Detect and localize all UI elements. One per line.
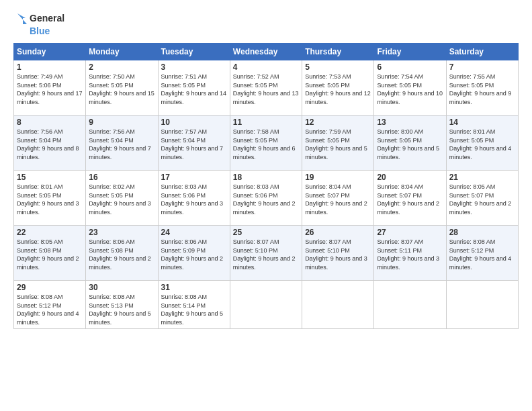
day-number: 17: [161, 173, 227, 182]
day-info: Sunrise: 8:07 AMSunset: 5:11 PMDaylight:…: [377, 238, 443, 271]
table-cell: 12 Sunrise: 7:59 AMSunset: 5:05 PMDaylig…: [302, 116, 374, 171]
table-cell: 27 Sunrise: 8:07 AMSunset: 5:11 PMDaylig…: [374, 226, 446, 281]
table-cell: 23 Sunrise: 8:06 AMSunset: 5:08 PMDaylig…: [86, 226, 158, 281]
header: General Blue: [13, 11, 519, 36]
day-info: Sunrise: 7:56 AMSunset: 5:04 PMDaylight:…: [17, 128, 83, 161]
day-info: Sunrise: 8:08 AMSunset: 5:14 PMDaylight:…: [161, 293, 227, 326]
table-cell: 25 Sunrise: 8:07 AMSunset: 5:10 PMDaylig…: [230, 226, 302, 281]
day-info: Sunrise: 7:54 AMSunset: 5:05 PMDaylight:…: [377, 73, 443, 106]
day-number: 18: [233, 173, 299, 182]
day-number: 23: [89, 228, 154, 237]
day-info: Sunrise: 7:51 AMSunset: 5:05 PMDaylight:…: [161, 73, 227, 106]
logo-text-blue: Blue: [30, 26, 50, 36]
day-number: 22: [17, 228, 83, 237]
day-number: 29: [17, 283, 83, 292]
table-cell: [374, 281, 446, 329]
table-cell: 17 Sunrise: 8:03 AMSunset: 5:06 PMDaylig…: [158, 171, 230, 226]
day-info: Sunrise: 7:56 AMSunset: 5:04 PMDaylight:…: [89, 128, 154, 161]
day-number: 16: [89, 173, 154, 182]
table-cell: 28 Sunrise: 8:08 AMSunset: 5:12 PMDaylig…: [446, 226, 518, 281]
day-info: Sunrise: 7:58 AMSunset: 5:05 PMDaylight:…: [233, 128, 299, 161]
day-number: 20: [377, 173, 443, 182]
table-cell: 20 Sunrise: 8:04 AMSunset: 5:07 PMDaylig…: [374, 171, 446, 226]
table-cell: 7 Sunrise: 7:55 AMSunset: 5:05 PMDayligh…: [446, 60, 518, 116]
header-row: Sunday Monday Tuesday Wednesday Thursday…: [14, 44, 519, 60]
col-sunday: Sunday: [14, 44, 86, 60]
day-number: 2: [89, 62, 154, 72]
day-number: 14: [449, 118, 515, 127]
table-cell: 11 Sunrise: 7:58 AMSunset: 5:05 PMDaylig…: [230, 116, 302, 171]
day-info: Sunrise: 7:59 AMSunset: 5:05 PMDaylight:…: [305, 128, 371, 161]
col-friday: Friday: [374, 44, 446, 60]
table-cell: 18 Sunrise: 8:03 AMSunset: 5:06 PMDaylig…: [230, 171, 302, 226]
day-info: Sunrise: 8:08 AMSunset: 5:12 PMDaylight:…: [17, 293, 83, 326]
day-number: 12: [305, 118, 371, 127]
logo-bird-icon: [13, 11, 28, 26]
table-cell: 22 Sunrise: 8:05 AMSunset: 5:08 PMDaylig…: [14, 226, 86, 281]
table-cell: 10 Sunrise: 7:57 AMSunset: 5:04 PMDaylig…: [158, 116, 230, 171]
day-number: 27: [377, 228, 443, 237]
day-number: 30: [89, 283, 154, 292]
table-cell: 24 Sunrise: 8:06 AMSunset: 5:09 PMDaylig…: [158, 226, 230, 281]
svg-marker-0: [17, 13, 27, 24]
day-info: Sunrise: 8:07 AMSunset: 5:10 PMDaylight:…: [233, 238, 299, 271]
table-cell: 19 Sunrise: 8:04 AMSunset: 5:07 PMDaylig…: [302, 171, 374, 226]
table-cell: [302, 281, 374, 329]
day-info: Sunrise: 8:07 AMSunset: 5:10 PMDaylight:…: [305, 238, 371, 271]
calendar-container: General Blue Sunday Monday Tuesday Wedne…: [0, 0, 532, 411]
day-info: Sunrise: 8:08 AMSunset: 5:12 PMDaylight:…: [449, 238, 515, 271]
day-info: Sunrise: 8:00 AMSunset: 5:05 PMDaylight:…: [377, 128, 443, 161]
day-number: 5: [305, 62, 371, 72]
table-cell: [446, 281, 518, 329]
day-info: Sunrise: 8:04 AMSunset: 5:07 PMDaylight:…: [305, 183, 371, 216]
day-number: 4: [233, 62, 299, 72]
day-number: 31: [161, 283, 227, 292]
col-monday: Monday: [86, 44, 158, 60]
day-info: Sunrise: 7:52 AMSunset: 5:05 PMDaylight:…: [233, 73, 299, 106]
calendar-table: Sunday Monday Tuesday Wednesday Thursday…: [13, 43, 519, 329]
day-number: 13: [377, 118, 443, 127]
table-cell: 29 Sunrise: 8:08 AMSunset: 5:12 PMDaylig…: [14, 281, 86, 329]
day-number: 3: [161, 62, 227, 72]
table-cell: 9 Sunrise: 7:56 AMSunset: 5:04 PMDayligh…: [86, 116, 158, 171]
table-cell: [230, 281, 302, 329]
day-info: Sunrise: 8:04 AMSunset: 5:07 PMDaylight:…: [377, 183, 443, 216]
day-number: 9: [89, 118, 154, 127]
day-number: 24: [161, 228, 227, 237]
logo: General Blue: [13, 11, 64, 36]
day-info: Sunrise: 7:55 AMSunset: 5:05 PMDaylight:…: [449, 73, 515, 106]
day-number: 6: [377, 62, 443, 72]
table-cell: 16 Sunrise: 8:02 AMSunset: 5:05 PMDaylig…: [86, 171, 158, 226]
table-cell: 15 Sunrise: 8:01 AMSunset: 5:05 PMDaylig…: [14, 171, 86, 226]
table-cell: 21 Sunrise: 8:05 AMSunset: 5:07 PMDaylig…: [446, 171, 518, 226]
day-info: Sunrise: 8:02 AMSunset: 5:05 PMDaylight:…: [89, 183, 154, 216]
table-cell: 26 Sunrise: 8:07 AMSunset: 5:10 PMDaylig…: [302, 226, 374, 281]
col-thursday: Thursday: [302, 44, 374, 60]
table-cell: 6 Sunrise: 7:54 AMSunset: 5:05 PMDayligh…: [374, 60, 446, 116]
day-info: Sunrise: 8:03 AMSunset: 5:06 PMDaylight:…: [161, 183, 227, 216]
day-number: 7: [449, 62, 515, 72]
col-saturday: Saturday: [446, 44, 518, 60]
table-cell: 2 Sunrise: 7:50 AMSunset: 5:05 PMDayligh…: [86, 60, 158, 116]
table-cell: 14 Sunrise: 8:01 AMSunset: 5:05 PMDaylig…: [446, 116, 518, 171]
day-info: Sunrise: 7:53 AMSunset: 5:05 PMDaylight:…: [305, 73, 371, 106]
col-wednesday: Wednesday: [230, 44, 302, 60]
table-cell: 5 Sunrise: 7:53 AMSunset: 5:05 PMDayligh…: [302, 60, 374, 116]
table-cell: 1 Sunrise: 7:49 AMSunset: 5:06 PMDayligh…: [14, 60, 86, 116]
table-cell: 30 Sunrise: 8:08 AMSunset: 5:13 PMDaylig…: [86, 281, 158, 329]
day-number: 15: [17, 173, 83, 182]
day-number: 1: [17, 62, 83, 72]
day-number: 26: [305, 228, 371, 237]
day-info: Sunrise: 8:08 AMSunset: 5:13 PMDaylight:…: [89, 293, 154, 326]
day-info: Sunrise: 8:01 AMSunset: 5:05 PMDaylight:…: [17, 183, 83, 216]
day-info: Sunrise: 8:06 AMSunset: 5:08 PMDaylight:…: [89, 238, 154, 271]
day-info: Sunrise: 7:57 AMSunset: 5:04 PMDaylight:…: [161, 128, 227, 161]
day-number: 25: [233, 228, 299, 237]
day-number: 8: [17, 118, 83, 127]
day-info: Sunrise: 8:05 AMSunset: 5:07 PMDaylight:…: [449, 183, 515, 216]
table-cell: 8 Sunrise: 7:56 AMSunset: 5:04 PMDayligh…: [14, 116, 86, 171]
day-number: 21: [449, 173, 515, 182]
day-info: Sunrise: 8:03 AMSunset: 5:06 PMDaylight:…: [233, 183, 299, 216]
logo-text-general: General: [30, 13, 64, 24]
day-number: 11: [233, 118, 299, 127]
